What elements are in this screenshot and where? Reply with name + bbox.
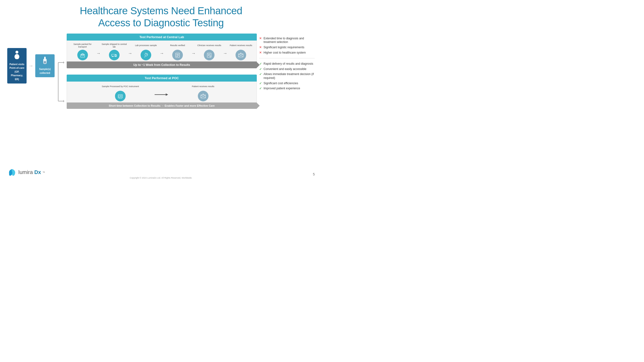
svg-point-17 [145,53,148,56]
svg-point-16 [116,56,116,57]
pos-item-4: Significant cost efficiencies [259,81,315,86]
step-verify: Results verified [164,42,191,60]
arrow-1: → [96,51,100,56]
logo-dx: Dx [34,169,41,175]
svg-point-37 [121,96,122,97]
poc-arrow [154,92,169,98]
arrow-3: → [160,51,164,56]
left-arrow: → [28,63,33,68]
title-line1: Healthcare Systems Need Enhanced [80,5,242,16]
pos-text-3: Allows immediate treatment decision (if … [264,72,314,80]
central-lab-timeline: Up to ~1 Week from Collection to Results [67,61,257,68]
positives-list: Rapid delivery of results and diagnosis … [259,61,315,91]
svg-marker-41 [166,93,168,96]
svg-point-15 [112,56,113,57]
svg-point-28 [210,55,211,57]
title-line2: Access to Diagnostic Testing [98,17,224,28]
central-lab-section: Test Performed at Central Lab Sample pac… [67,33,257,68]
arrow-5: → [223,51,227,56]
arrow-4: → [191,51,196,56]
svg-marker-8 [63,61,64,64]
step-lab-icon [140,50,151,60]
svg-rect-14 [111,54,115,56]
central-lab-timeline-text: Up to ~1 Week from Collection to Results [133,63,190,67]
step-ship-label: Sample shipped to central lab [101,42,127,49]
poc-step-results-label: Patient receives results [192,83,214,90]
neg-text-3: Higher cost to healthcare system [264,51,306,54]
poc-step-instrument-icon [115,91,126,101]
center-panel: Test Performed at Central Lab Sample pac… [67,33,257,109]
step-lab-label: Lab processes sample [135,42,157,49]
right-panel: Extended time to diagnosis and treatment… [259,36,315,91]
neg-text-2: Significant logistic requirements [264,46,304,49]
branch-connector [57,48,64,116]
svg-rect-4 [44,61,46,63]
logo-lumira: lumira [18,169,33,175]
step-pack-label: Sample packed for transport [69,42,96,49]
step-lab: Lab processes sample [132,42,159,60]
gap [67,70,257,73]
central-lab-steps: Sample packed for transport [67,40,257,61]
right-divider [259,58,315,58]
neg-item-2: Significant logistic requirements [259,45,315,50]
poc-header: Test Performed at POC [67,74,257,82]
svg-line-30 [239,56,240,57]
svg-point-0 [16,51,18,53]
step-clinician-icon [204,50,214,60]
poc-step-instrument: Sample Processed by POC instrument [86,83,154,101]
step-verify-icon [172,50,183,60]
step-verify-label: Results verified [170,42,185,49]
slide: Healthcare Systems Need Enhanced Access … [0,0,322,181]
logo-tm: ™ [42,171,45,174]
patient-box: Patient visits Point-of-care (GP, Pharma… [7,48,26,83]
neg-item-1: Extended time to diagnosis and treatment… [259,36,315,45]
svg-point-20 [146,54,147,54]
poc-section: Test Performed at POC Sample Processed b… [67,74,257,109]
neg-item-3: Higher cost to healthcare system [259,50,315,55]
svg-rect-10 [80,54,84,57]
sample-label: Sample(s) collected [39,68,51,74]
step-ship-icon [109,50,120,60]
poc-step-instrument-label: Sample Processed by POC instrument [102,83,139,90]
negatives-list: Extended time to diagnosis and treatment… [259,36,315,55]
patient-label: Patient visits Point-of-care (GP, Pharma… [10,63,24,81]
pos-text-4: Significant cost efficiencies [264,82,298,85]
logo-area: lumiraDx™ [7,167,45,177]
central-lab-title: Test Performed at Central Lab [140,35,184,39]
step-patient-results: Patient receives results [228,42,254,60]
sample-icon [37,57,53,67]
central-lab-header: Test Performed at Central Lab [67,33,257,40]
step-pack: Sample packed for transport [69,42,96,60]
poc-timeline: Short time between Collection to Results… [67,103,257,109]
svg-line-44 [204,97,206,98]
arrow-2: → [128,51,132,56]
pos-text-5: Improved patient experience [264,87,300,90]
pos-item-2: Convenient and easily accessible [259,67,315,72]
svg-marker-9 [63,100,64,102]
svg-point-1 [14,54,19,59]
poc-steps: Sample Processed by POC instrument [67,82,257,103]
svg-line-18 [144,56,145,57]
slide-title: Healthcare Systems Need Enhanced Access … [7,5,315,29]
step-patient-results-label: Patient receives results [230,42,252,49]
poc-step-results: Patient receives results [169,83,238,101]
pos-item-1: Rapid delivery of results and diagnosis [259,61,315,67]
step-patient-results-icon [236,50,246,60]
poc-timeline-text: Short time between Collection to Results… [109,104,214,107]
svg-line-31 [242,56,243,57]
neg-text-1: Extended time to diagnosis and treatment… [264,37,304,44]
step-clinician: Clinician receives results [196,42,222,60]
poc-title: Test Performed at POC [145,76,179,80]
svg-rect-21 [176,53,180,57]
pos-text-2: Convenient and easily accessible [264,67,306,71]
poc-step-results-icon [198,91,208,101]
step-ship: Sample shipped to central lab [101,42,127,60]
pos-item-5: Improved patient experience [259,86,315,91]
left-panel: Patient visits Point-of-care (GP, Pharma… [7,48,54,83]
copyright: Copyright © 2023 LumiraDx Ltd. All Right… [130,177,192,179]
svg-line-43 [201,97,202,98]
lumiradx-logo-icon [7,167,17,177]
pos-text-1: Rapid delivery of results and diagnosis [264,62,313,65]
sample-box: Sample(s) collected [35,54,54,77]
pos-item-3: Allows immediate treatment decision (if … [259,72,315,81]
